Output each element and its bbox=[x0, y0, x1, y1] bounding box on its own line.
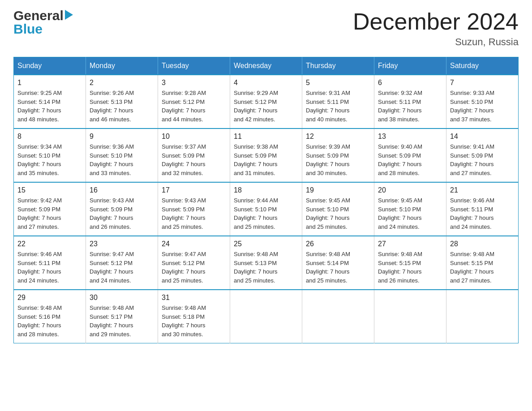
calendar-cell: 21Sunrise: 9:46 AMSunset: 5:11 PMDayligh… bbox=[446, 182, 519, 236]
day-number: 12 bbox=[306, 133, 370, 141]
day-number: 5 bbox=[306, 79, 370, 87]
calendar-cell: 1Sunrise: 9:25 AMSunset: 5:14 PMDaylight… bbox=[14, 75, 86, 128]
day-info: Sunrise: 9:48 AMSunset: 5:15 PMDaylight:… bbox=[378, 250, 442, 285]
day-number: 28 bbox=[450, 240, 515, 248]
calendar-week-2: 8Sunrise: 9:34 AMSunset: 5:10 PMDaylight… bbox=[14, 128, 519, 182]
day-number: 30 bbox=[90, 294, 154, 302]
day-info: Sunrise: 9:32 AMSunset: 5:11 PMDaylight:… bbox=[378, 89, 442, 124]
calendar-cell: 9Sunrise: 9:36 AMSunset: 5:10 PMDaylight… bbox=[86, 128, 158, 182]
calendar-cell bbox=[446, 290, 519, 343]
calendar-week-5: 29Sunrise: 9:48 AMSunset: 5:16 PMDayligh… bbox=[14, 290, 519, 343]
day-number: 17 bbox=[162, 186, 226, 194]
col-thursday: Thursday bbox=[302, 57, 374, 75]
calendar-cell: 31Sunrise: 9:48 AMSunset: 5:18 PMDayligh… bbox=[158, 290, 230, 343]
day-number: 26 bbox=[306, 240, 370, 248]
day-number: 2 bbox=[90, 79, 154, 87]
calendar-cell: 19Sunrise: 9:45 AMSunset: 5:10 PMDayligh… bbox=[302, 182, 374, 236]
title-area: December 2024 Suzun, Russia bbox=[353, 9, 519, 48]
page-header: General Blue December 2024 Suzun, Russia bbox=[13, 9, 519, 48]
day-number: 8 bbox=[17, 133, 82, 141]
day-number: 25 bbox=[234, 240, 298, 248]
calendar-cell: 16Sunrise: 9:43 AMSunset: 5:09 PMDayligh… bbox=[86, 182, 158, 236]
day-info: Sunrise: 9:26 AMSunset: 5:13 PMDaylight:… bbox=[90, 89, 154, 124]
day-number: 21 bbox=[450, 186, 515, 194]
day-info: Sunrise: 9:46 AMSunset: 5:11 PMDaylight:… bbox=[17, 250, 82, 285]
calendar-week-1: 1Sunrise: 9:25 AMSunset: 5:14 PMDaylight… bbox=[14, 75, 519, 128]
col-friday: Friday bbox=[374, 57, 446, 75]
calendar-cell: 12Sunrise: 9:39 AMSunset: 5:09 PMDayligh… bbox=[302, 128, 374, 182]
day-info: Sunrise: 9:39 AMSunset: 5:09 PMDaylight:… bbox=[306, 142, 370, 177]
day-number: 13 bbox=[378, 133, 442, 141]
calendar-cell: 15Sunrise: 9:42 AMSunset: 5:09 PMDayligh… bbox=[14, 182, 86, 236]
calendar-cell: 6Sunrise: 9:32 AMSunset: 5:11 PMDaylight… bbox=[374, 75, 446, 128]
day-number: 31 bbox=[162, 294, 226, 302]
col-wednesday: Wednesday bbox=[230, 57, 302, 75]
calendar-cell: 29Sunrise: 9:48 AMSunset: 5:16 PMDayligh… bbox=[14, 290, 86, 343]
day-number: 6 bbox=[378, 79, 442, 87]
day-number: 29 bbox=[17, 294, 82, 302]
calendar-cell: 8Sunrise: 9:34 AMSunset: 5:10 PMDaylight… bbox=[14, 128, 86, 182]
day-number: 15 bbox=[17, 186, 82, 194]
day-info: Sunrise: 9:36 AMSunset: 5:10 PMDaylight:… bbox=[90, 142, 154, 177]
calendar-cell: 27Sunrise: 9:48 AMSunset: 5:15 PMDayligh… bbox=[374, 236, 446, 290]
calendar-cell: 23Sunrise: 9:47 AMSunset: 5:12 PMDayligh… bbox=[86, 236, 158, 290]
day-info: Sunrise: 9:42 AMSunset: 5:09 PMDaylight:… bbox=[17, 196, 82, 231]
day-info: Sunrise: 9:47 AMSunset: 5:12 PMDaylight:… bbox=[90, 250, 154, 285]
day-info: Sunrise: 9:33 AMSunset: 5:10 PMDaylight:… bbox=[450, 89, 515, 124]
calendar-cell: 5Sunrise: 9:31 AMSunset: 5:11 PMDaylight… bbox=[302, 75, 374, 128]
day-info: Sunrise: 9:40 AMSunset: 5:09 PMDaylight:… bbox=[378, 142, 442, 177]
day-info: Sunrise: 9:38 AMSunset: 5:09 PMDaylight:… bbox=[234, 142, 298, 177]
day-info: Sunrise: 9:47 AMSunset: 5:12 PMDaylight:… bbox=[162, 250, 226, 285]
day-number: 20 bbox=[378, 186, 442, 194]
calendar-cell: 13Sunrise: 9:40 AMSunset: 5:09 PMDayligh… bbox=[374, 128, 446, 182]
day-number: 24 bbox=[162, 240, 226, 248]
calendar-cell: 11Sunrise: 9:38 AMSunset: 5:09 PMDayligh… bbox=[230, 128, 302, 182]
logo-top-line: General bbox=[13, 9, 73, 22]
day-info: Sunrise: 9:43 AMSunset: 5:09 PMDaylight:… bbox=[162, 196, 226, 231]
day-info: Sunrise: 9:48 AMSunset: 5:13 PMDaylight:… bbox=[234, 250, 298, 285]
day-info: Sunrise: 9:43 AMSunset: 5:09 PMDaylight:… bbox=[90, 196, 154, 231]
day-number: 16 bbox=[90, 186, 154, 194]
calendar-cell: 25Sunrise: 9:48 AMSunset: 5:13 PMDayligh… bbox=[230, 236, 302, 290]
day-number: 11 bbox=[234, 133, 298, 141]
calendar-cell: 14Sunrise: 9:41 AMSunset: 5:09 PMDayligh… bbox=[446, 128, 519, 182]
day-number: 18 bbox=[234, 186, 298, 194]
calendar-table: Sunday Monday Tuesday Wednesday Thursday… bbox=[13, 57, 519, 343]
day-info: Sunrise: 9:44 AMSunset: 5:10 PMDaylight:… bbox=[234, 196, 298, 231]
col-tuesday: Tuesday bbox=[158, 57, 230, 75]
month-title: December 2024 bbox=[353, 9, 519, 34]
day-info: Sunrise: 9:25 AMSunset: 5:14 PMDaylight:… bbox=[17, 89, 82, 124]
logo-general-text: General bbox=[13, 9, 64, 22]
day-info: Sunrise: 9:45 AMSunset: 5:10 PMDaylight:… bbox=[378, 196, 442, 231]
day-info: Sunrise: 9:48 AMSunset: 5:16 PMDaylight:… bbox=[17, 304, 82, 338]
calendar-week-3: 15Sunrise: 9:42 AMSunset: 5:09 PMDayligh… bbox=[14, 182, 519, 236]
day-number: 3 bbox=[162, 79, 226, 87]
day-info: Sunrise: 9:48 AMSunset: 5:17 PMDaylight:… bbox=[90, 304, 154, 338]
logo-arrow-icon bbox=[65, 10, 73, 20]
day-number: 23 bbox=[90, 240, 154, 248]
calendar-cell: 18Sunrise: 9:44 AMSunset: 5:10 PMDayligh… bbox=[230, 182, 302, 236]
calendar-body: 1Sunrise: 9:25 AMSunset: 5:14 PMDaylight… bbox=[14, 75, 519, 343]
calendar-cell bbox=[302, 290, 374, 343]
day-info: Sunrise: 9:31 AMSunset: 5:11 PMDaylight:… bbox=[306, 89, 370, 124]
logo: General Blue bbox=[13, 9, 73, 36]
calendar-cell: 30Sunrise: 9:48 AMSunset: 5:17 PMDayligh… bbox=[86, 290, 158, 343]
calendar-cell: 3Sunrise: 9:28 AMSunset: 5:12 PMDaylight… bbox=[158, 75, 230, 128]
day-info: Sunrise: 9:48 AMSunset: 5:14 PMDaylight:… bbox=[306, 250, 370, 285]
day-number: 19 bbox=[306, 186, 370, 194]
day-number: 14 bbox=[450, 133, 515, 141]
calendar-cell bbox=[230, 290, 302, 343]
day-info: Sunrise: 9:28 AMSunset: 5:12 PMDaylight:… bbox=[162, 89, 226, 124]
calendar-cell: 22Sunrise: 9:46 AMSunset: 5:11 PMDayligh… bbox=[14, 236, 86, 290]
day-number: 10 bbox=[162, 133, 226, 141]
col-monday: Monday bbox=[86, 57, 158, 75]
day-info: Sunrise: 9:48 AMSunset: 5:15 PMDaylight:… bbox=[450, 250, 515, 285]
day-number: 9 bbox=[90, 133, 154, 141]
day-info: Sunrise: 9:34 AMSunset: 5:10 PMDaylight:… bbox=[17, 142, 82, 177]
day-info: Sunrise: 9:45 AMSunset: 5:10 PMDaylight:… bbox=[306, 196, 370, 231]
day-info: Sunrise: 9:29 AMSunset: 5:12 PMDaylight:… bbox=[234, 89, 298, 124]
calendar-cell: 20Sunrise: 9:45 AMSunset: 5:10 PMDayligh… bbox=[374, 182, 446, 236]
calendar-cell: 17Sunrise: 9:43 AMSunset: 5:09 PMDayligh… bbox=[158, 182, 230, 236]
calendar-cell: 26Sunrise: 9:48 AMSunset: 5:14 PMDayligh… bbox=[302, 236, 374, 290]
logo-blue-text: Blue bbox=[13, 22, 73, 36]
